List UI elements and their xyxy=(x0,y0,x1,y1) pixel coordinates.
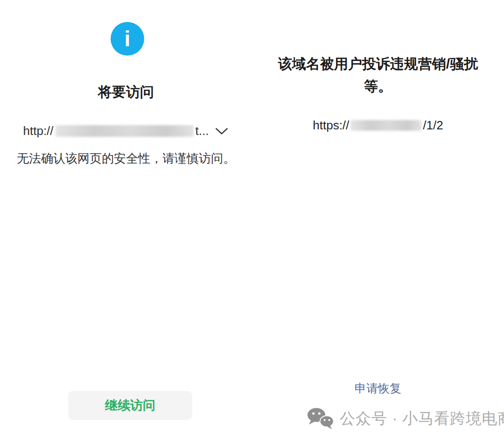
url-tail: t... xyxy=(196,124,209,138)
complaint-title: 该域名被用户投诉违规营销/骚扰等。 xyxy=(273,53,483,98)
security-warning-text: 无法确认该网页的安全性，请谨慎访问。 xyxy=(0,150,252,167)
info-icon-glyph: i xyxy=(125,28,131,50)
watermark-text: 公众号 · 小马看跨境电商 xyxy=(340,408,504,429)
url-row-left: http:// t... xyxy=(0,124,252,138)
url-tail: /1/2 xyxy=(423,118,443,133)
page: i 将要访问 http:// t... 无法确认该网页的安全性，请谨慎访问。 继… xyxy=(0,0,504,440)
appeal-recovery-link[interactable]: 申请恢复 xyxy=(252,381,504,396)
continue-button[interactable]: 继续访问 xyxy=(68,391,192,420)
redacted-url-blur xyxy=(350,120,421,131)
visit-warning-panel: i 将要访问 http:// t... 无法确认该网页的安全性，请谨慎访问。 继… xyxy=(0,0,252,440)
url-scheme: http:// xyxy=(23,124,54,138)
domain-complaint-panel: 该域名被用户投诉违规营销/骚扰等。 https:// /1/2 申请恢复 xyxy=(252,0,504,440)
chevron-down-icon[interactable] xyxy=(215,127,229,135)
url-row-right: https:// /1/2 xyxy=(252,118,504,133)
url-scheme: https:// xyxy=(313,118,349,133)
watermark: 公众号 · 小马看跨境电商 xyxy=(307,407,504,430)
visit-title: 将要访问 xyxy=(0,83,252,102)
info-icon: i xyxy=(111,22,144,56)
wechat-logo-icon xyxy=(307,407,334,430)
redacted-url-blur xyxy=(56,125,194,137)
